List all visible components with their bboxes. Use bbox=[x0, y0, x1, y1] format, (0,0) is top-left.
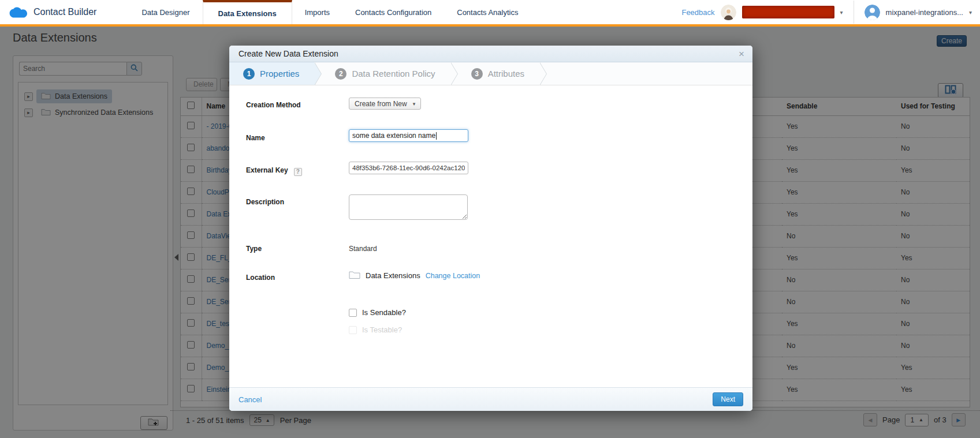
step-number-badge: 2 bbox=[335, 68, 346, 80]
is-testable-checkbox bbox=[349, 326, 357, 334]
modal-body: Creation Method Create from New ▾ Name s… bbox=[229, 85, 752, 387]
next-button[interactable]: Next bbox=[713, 392, 743, 406]
wizard-step[interactable]: 1 Properties bbox=[229, 62, 314, 85]
caret-down-icon: ▾ bbox=[413, 101, 416, 107]
modal-footer: Cancel Next bbox=[229, 387, 752, 411]
change-location-link[interactable]: Change Location bbox=[426, 272, 480, 280]
user-avatar-icon bbox=[865, 5, 880, 20]
caret-down-icon[interactable]: ▾ bbox=[969, 9, 972, 16]
wizard-step[interactable]: 2 Data Retention Policy bbox=[314, 62, 450, 85]
external-key-label-text: External Key bbox=[246, 166, 288, 174]
close-icon[interactable]: × bbox=[739, 49, 744, 59]
creation-method-dropdown[interactable]: Create from New ▾ bbox=[349, 98, 421, 110]
folder-icon bbox=[349, 270, 360, 281]
type-label: Type bbox=[246, 245, 262, 253]
nav-tab[interactable]: Contacts Configuration bbox=[342, 0, 444, 24]
step-label: Data Retention Policy bbox=[352, 69, 435, 78]
app-title: Contact Builder bbox=[33, 7, 96, 17]
top-nav: Contact Builder Data Designer Data Exten… bbox=[0, 0, 980, 27]
nav-tab[interactable]: Data Extensions bbox=[203, 0, 292, 24]
redacted-org-name[interactable] bbox=[742, 6, 834, 18]
einstein-avatar bbox=[721, 5, 736, 20]
nav-divider bbox=[854, 1, 854, 24]
step-number-badge: 3 bbox=[471, 68, 483, 80]
location-value: Data Extensions bbox=[366, 271, 420, 280]
cancel-link[interactable]: Cancel bbox=[239, 395, 262, 404]
text-cursor bbox=[436, 132, 437, 140]
is-testable-label: Is Testable? bbox=[362, 325, 402, 334]
description-label: Description bbox=[246, 198, 284, 206]
external-key-input[interactable] bbox=[349, 162, 468, 174]
step-label: Attributes bbox=[488, 69, 524, 78]
modal-header: Create New Data Extension × bbox=[229, 46, 752, 62]
modal-title: Create New Data Extension bbox=[239, 49, 338, 58]
nav-right: Feedback ▾ mixpanel-integrations... ▾ bbox=[681, 1, 972, 24]
description-textarea[interactable] bbox=[349, 194, 468, 220]
external-key-label: External Key? bbox=[246, 166, 302, 176]
salesforce-cloud-logo-icon bbox=[8, 5, 29, 20]
creation-method-label: Creation Method bbox=[246, 101, 301, 109]
name-input-value: some data extension name bbox=[352, 132, 435, 140]
create-data-extension-modal: Create New Data Extension × 1 Properties… bbox=[229, 46, 752, 411]
wizard-step[interactable]: 3 Attributes bbox=[450, 62, 539, 85]
is-sendable-checkbox[interactable] bbox=[349, 309, 357, 317]
step-label: Properties bbox=[260, 69, 299, 78]
name-input[interactable]: some data extension name bbox=[349, 129, 468, 142]
feedback-link[interactable]: Feedback bbox=[681, 8, 714, 17]
step-number-badge: 1 bbox=[243, 68, 255, 80]
screen: Contact Builder Data Designer Data Exten… bbox=[0, 0, 980, 438]
nav-tabs: Data Designer Data Extensions Imports Co… bbox=[129, 0, 531, 24]
creation-method-value: Create from New bbox=[355, 100, 407, 108]
help-question-icon[interactable]: ? bbox=[294, 168, 302, 176]
type-value: Standard bbox=[349, 245, 377, 253]
name-label: Name bbox=[246, 134, 265, 142]
wizard-steps: 1 Properties 2 Data Retention Policy 3 A… bbox=[229, 62, 752, 85]
is-sendable-label: Is Sendable? bbox=[362, 308, 406, 317]
nav-tab[interactable]: Contacts Analytics bbox=[444, 0, 531, 24]
location-label: Location bbox=[246, 274, 275, 282]
nav-tab[interactable]: Imports bbox=[292, 0, 342, 24]
nav-tab[interactable]: Data Designer bbox=[129, 0, 202, 24]
account-name[interactable]: mixpanel-integrations... bbox=[886, 8, 963, 17]
caret-down-icon[interactable]: ▾ bbox=[840, 9, 843, 16]
